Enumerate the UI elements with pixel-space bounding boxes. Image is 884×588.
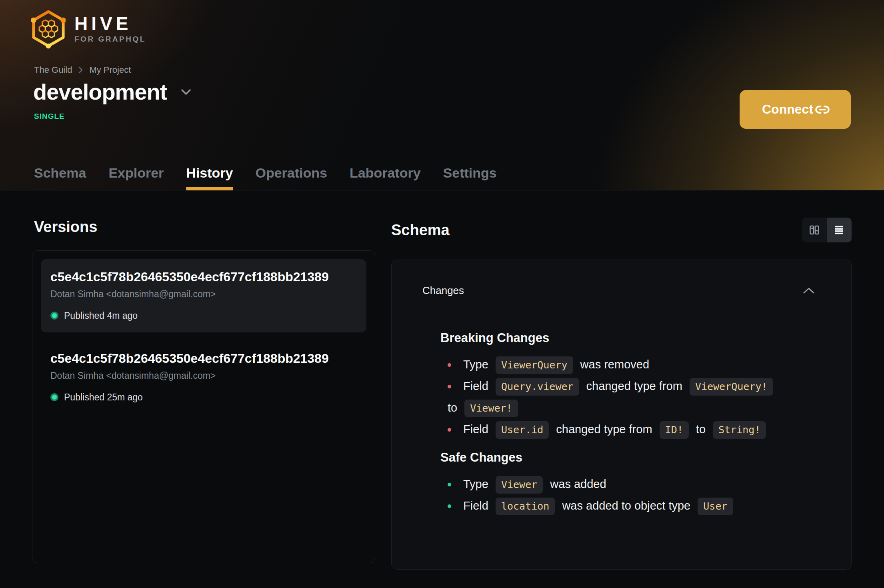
version-author: Dotan Simha <dotansimha@gmail.com>: [50, 370, 357, 382]
diff-view-button[interactable]: [802, 218, 827, 242]
change-list: Type ViewerQuery was removed Field Query…: [440, 354, 814, 440]
brand-name: HIVE: [74, 14, 146, 33]
code-chip: User: [698, 498, 733, 515]
schema-header-row: Schema: [391, 218, 852, 242]
tab-bar: SchemaExplorerHistoryOperationsLaborator…: [34, 164, 497, 190]
content: Versions c5e4c1c5f78b26465350e4ecf677cf1…: [0, 218, 884, 570]
target-type-badge: SINGLE: [34, 112, 65, 121]
change-item: Field location was added to object type …: [448, 495, 814, 516]
changes-label: Changes: [422, 282, 464, 298]
code-chip: Viewer: [496, 476, 543, 494]
target-selector[interactable]: development: [33, 78, 191, 106]
published-dot-icon: [50, 312, 58, 320]
version-hash: c5e4c1c5f78b26465350e4ecf677cf188bb21389: [50, 269, 357, 285]
version-hash: c5e4c1c5f78b26465350e4ecf677cf188bb21389: [50, 350, 357, 366]
change-item: Field Query.viewer changed type from Vie…: [448, 375, 814, 418]
changes-panel: Changes Breaking ChangesType ViewerQuery…: [391, 260, 852, 570]
code-chip: ID!: [660, 421, 689, 439]
tab-history[interactable]: History: [186, 164, 233, 190]
schema-heading: Schema: [391, 221, 450, 239]
version-author: Dotan Simha <dotansimha@gmail.com>: [50, 288, 357, 300]
chevron-up-icon: [803, 287, 814, 294]
code-chip: String!: [713, 421, 766, 439]
view-mode-toggle: [802, 218, 852, 242]
code-chip: Query.viewer: [496, 378, 579, 396]
version-status: Published 25m ago: [50, 391, 357, 403]
versions-list: c5e4c1c5f78b26465350e4ecf677cf188bb21389…: [32, 250, 375, 563]
change-section-title: Safe Changes: [440, 450, 820, 466]
change-section-title: Breaking Changes: [440, 330, 820, 346]
diff-view-icon: [808, 224, 820, 236]
change-list: Type Viewer was added Field location was…: [440, 473, 814, 516]
code-chip: location: [496, 498, 555, 515]
tab-schema[interactable]: Schema: [34, 164, 86, 190]
tab-operations[interactable]: Operations: [256, 164, 327, 190]
chevron-right-icon: [78, 66, 83, 74]
page-title: development: [33, 78, 167, 106]
published-dot-icon: [50, 393, 58, 401]
code-chip: Viewer!: [464, 400, 518, 417]
version-card[interactable]: c5e4c1c5f78b26465350e4ecf677cf188bb21389…: [41, 341, 366, 414]
version-status: Published 4m ago: [50, 310, 357, 322]
schema-section: Schema: [391, 218, 852, 570]
link-icon: [815, 102, 830, 117]
change-item: Type Viewer was added: [448, 473, 814, 495]
code-chip: ViewerQuery!: [690, 378, 773, 396]
change-item: Field User.id changed type from ID! to S…: [448, 418, 814, 440]
changes-body: Breaking ChangesType ViewerQuery was rem…: [392, 330, 851, 516]
tab-explorer[interactable]: Explorer: [108, 164, 164, 190]
changes-collapse-header[interactable]: Changes: [392, 260, 851, 298]
header: HIVE FOR GRAPHQL The Guild My Project de…: [0, 0, 884, 190]
breadcrumb-org[interactable]: The Guild: [34, 64, 72, 76]
brand-tagline: FOR GRAPHQL: [74, 35, 146, 44]
breadcrumb-project[interactable]: My Project: [89, 64, 131, 76]
connect-button[interactable]: Connect: [740, 90, 851, 129]
tab-settings[interactable]: Settings: [443, 164, 497, 190]
versions-section: Versions c5e4c1c5f78b26465350e4ecf677cf1…: [32, 218, 375, 570]
code-chip: User.id: [496, 421, 549, 439]
connect-button-label: Connect: [762, 102, 813, 117]
version-status-text: Published 25m ago: [64, 391, 143, 403]
list-view-icon: [833, 224, 845, 236]
version-card[interactable]: c5e4c1c5f78b26465350e4ecf677cf188bb21389…: [41, 259, 366, 332]
code-chip: ViewerQuery: [496, 356, 573, 374]
hive-logo-icon: [31, 9, 66, 49]
list-view-button[interactable]: [827, 218, 852, 242]
hive-logo[interactable]: HIVE FOR GRAPHQL: [31, 9, 146, 49]
versions-heading: Versions: [34, 218, 375, 236]
breadcrumb: The Guild My Project: [34, 64, 131, 76]
version-status-text: Published 4m ago: [64, 310, 138, 322]
app-root: HIVE FOR GRAPHQL The Guild My Project de…: [0, 0, 884, 588]
change-item: Type ViewerQuery was removed: [448, 354, 814, 375]
tab-laboratory[interactable]: Laboratory: [350, 164, 421, 190]
chevron-down-icon: [181, 89, 191, 95]
